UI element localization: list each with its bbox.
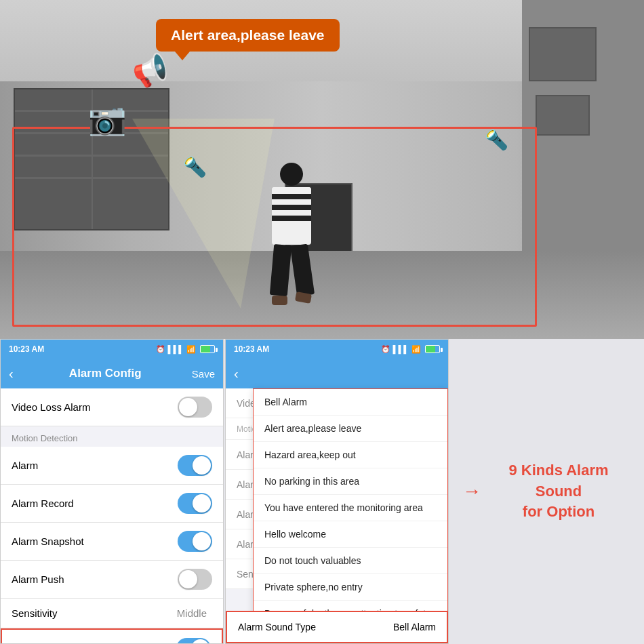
dropdown-item-monitoring[interactable]: You have entered the monitoring area xyxy=(254,495,447,521)
video-loss-toggle[interactable] xyxy=(178,397,212,418)
status-icons-1: ⏰ ▌▌▌ 📶 xyxy=(156,345,215,354)
back-button-1[interactable]: ‹ xyxy=(9,366,14,382)
back-button-2[interactable]: ‹ xyxy=(234,366,239,382)
alert-bubble: Alert area,please leave xyxy=(156,19,340,52)
dropdown-item-no-parking[interactable]: No parking in this area xyxy=(254,468,447,495)
dropdown-item-bell[interactable]: Bell Alarm xyxy=(254,389,447,416)
save-button-1[interactable]: Save xyxy=(192,368,215,380)
toggle-knob xyxy=(179,398,197,416)
nav-bar-2: ‹ xyxy=(226,359,448,388)
alarm-icon-2: ⏰ xyxy=(381,345,390,354)
nav-bar-1: ‹ Alarm Config Save xyxy=(1,359,223,388)
status-icons-2: ⏰ ▌▌▌ 📶 xyxy=(381,345,440,354)
right-arrow-icon: → xyxy=(462,481,481,502)
scene-container: 📷 📢 Alert area,please leave xyxy=(0,0,644,339)
battery-2 xyxy=(425,345,440,353)
time-1: 10:23 AM xyxy=(9,344,44,354)
alert-detection-box xyxy=(12,127,537,327)
signal-bars-2: ▌▌▌ xyxy=(393,345,409,353)
dropdown-item-no-touch[interactable]: Do not touch valuables xyxy=(254,548,447,574)
alarm-push-row: Alarm Push xyxy=(1,561,223,599)
toggle-knob xyxy=(179,570,197,588)
nav-title-1: Alarm Config xyxy=(19,367,192,380)
toggle-knob xyxy=(193,456,211,475)
camera-icon: 📷 xyxy=(88,100,127,137)
toggle-knob xyxy=(193,494,211,512)
video-loss-alarm-row: Video Loss Alarm xyxy=(1,388,223,426)
settings-list-1: Video Loss Alarm Motion Detection Alarm … xyxy=(1,388,223,643)
sensitivity-value: Middle xyxy=(177,607,207,619)
wifi-icon-1: 📶 xyxy=(186,345,196,354)
app-section: 10:23 AM ⏰ ▌▌▌ 📶 ‹ Alarm Config Save Vid… xyxy=(0,339,644,644)
alarm-row: Alarm xyxy=(1,447,223,485)
kinds-alarm-container: → 9 Kinds Alarm Sound for Option xyxy=(462,460,630,523)
alarm-icon-1: ⏰ xyxy=(156,345,165,354)
status-bar-2: 10:23 AM ⏰ ▌▌▌ 📶 xyxy=(226,340,448,359)
battery-1 xyxy=(200,345,215,353)
alarm-sound-toggle[interactable] xyxy=(176,638,211,643)
arrow-text-line: → 9 Kinds Alarm Sound for Option xyxy=(462,460,630,523)
alarm-label: Alarm xyxy=(12,460,178,471)
battery-fill-1 xyxy=(201,346,210,353)
kinds-line-2: for Option xyxy=(487,502,630,523)
alarm-sound-label: Alarm Sound xyxy=(13,643,176,643)
alarm-sound-row: Alarm Sound xyxy=(1,628,223,643)
alarm-sound-dropdown: Bell Alarm Alert area,please leave Hazar… xyxy=(253,388,448,627)
motion-detection-label: Motion Detection xyxy=(12,433,78,443)
phone-panel-1: 10:23 AM ⏰ ▌▌▌ 📶 ‹ Alarm Config Save Vid… xyxy=(0,339,224,644)
alarm-record-label: Alarm Record xyxy=(12,498,178,509)
time-2: 10:23 AM xyxy=(234,344,269,354)
kinds-line-1: 9 Kinds Alarm Sound xyxy=(487,460,630,502)
battery-fill-2 xyxy=(426,346,435,353)
dropdown-item-hazard[interactable]: Hazard area,keep out xyxy=(254,442,447,468)
phone-panel-2: 10:23 AM ⏰ ▌▌▌ 📶 ‹ Video Motio... xyxy=(225,339,449,644)
motion-detection-header: Motion Detection xyxy=(1,426,223,447)
dropdown-item-private[interactable]: Private sphere,no entry xyxy=(254,574,447,601)
video-loss-label: Video Loss Alarm xyxy=(12,401,178,413)
signal-bars-1: ▌▌▌ xyxy=(168,345,184,353)
alarm-snapshot-label: Alarm Snapshot xyxy=(12,536,178,547)
kinds-text-block: 9 Kinds Alarm Sound for Option xyxy=(487,460,630,523)
status-bar-1: 10:23 AM ⏰ ▌▌▌ 📶 xyxy=(1,340,223,359)
alarm-sound-type-bottom-row: Alarm Sound Type Bell Alarm xyxy=(226,611,448,643)
bottom-row-label: Alarm Sound Type xyxy=(238,622,393,632)
alert-text: Alert area,please leave xyxy=(171,27,325,43)
dropdown-item-alert[interactable]: Alert area,please leave xyxy=(254,416,447,442)
alarm-record-toggle[interactable] xyxy=(178,493,212,514)
toggle-knob xyxy=(193,532,211,550)
wifi-icon-2: 📶 xyxy=(411,345,421,354)
dropdown-item-hello[interactable]: Hello welcome xyxy=(254,521,447,548)
toggle-knob xyxy=(191,639,209,643)
alarm-push-toggle[interactable] xyxy=(178,569,212,590)
alarm-record-row: Alarm Record xyxy=(1,485,223,523)
right-panel: → 9 Kinds Alarm Sound for Option xyxy=(449,339,644,644)
alarm-snapshot-row: Alarm Snapshot xyxy=(1,523,223,561)
alarm-snapshot-toggle[interactable] xyxy=(178,531,212,552)
bottom-row-value: Bell Alarm xyxy=(393,622,436,632)
sensitivity-row: Sensitivity Middle xyxy=(1,599,223,628)
sensitivity-label: Sensitivity xyxy=(12,607,177,619)
alarm-push-label: Alarm Push xyxy=(12,573,178,585)
alarm-toggle[interactable] xyxy=(178,455,212,476)
